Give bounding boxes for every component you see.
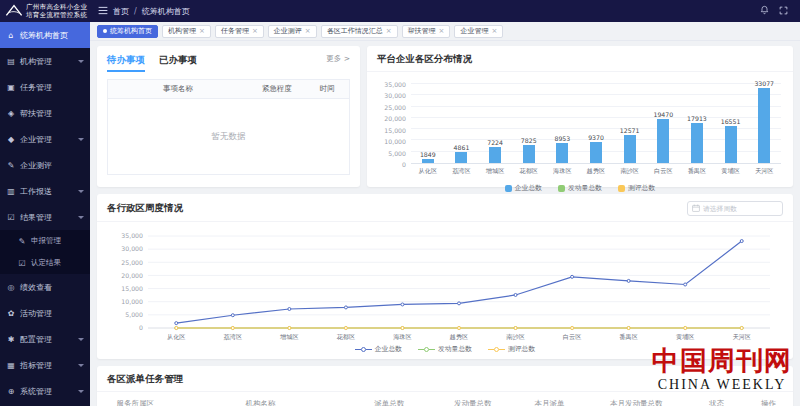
more-link[interactable]: 更多 >	[326, 54, 350, 64]
breadcrumb-home[interactable]: 首页	[113, 6, 129, 17]
close-icon[interactable]: ×	[199, 27, 205, 35]
week-picker-input[interactable]	[703, 205, 778, 213]
bar[interactable]	[725, 126, 737, 163]
tab-5[interactable]: 帮扶管理×	[402, 25, 451, 38]
sidebar-item-3[interactable]: ◈帮扶管理	[0, 100, 90, 126]
breadcrumb-current: 统筹机构首页	[142, 6, 190, 17]
bar-cell: 1849	[411, 84, 445, 163]
sidebar-item-label: 企业测评	[20, 160, 52, 171]
legend-item[interactable]: 企业总数	[505, 183, 542, 193]
tab-done-items[interactable]: 已办事项	[159, 54, 197, 67]
x-tick-label: 荔湾区	[445, 167, 479, 176]
close-icon[interactable]: ×	[386, 27, 392, 35]
evaluate-icon: ✎	[6, 161, 16, 170]
svg-text:从化区: 从化区	[167, 333, 186, 341]
bar[interactable]	[422, 159, 434, 163]
tab-label: 各区工作情况汇总	[327, 26, 383, 36]
tab-1[interactable]: 机构管理×	[162, 25, 211, 38]
sidebar-item-2[interactable]: ▣任务管理	[0, 74, 90, 100]
tab-4[interactable]: 各区工作情况汇总×	[321, 25, 398, 38]
sidebar-item-7[interactable]: ☑结果管理	[0, 204, 90, 230]
todo-panel: 待办事项 已办事项 更多 > 事项名称紧急程度时间 暂无数据	[97, 46, 360, 187]
tab-label: 企业测评	[274, 26, 302, 36]
svg-text:海珠区: 海珠区	[393, 333, 412, 341]
sidebar-item-4[interactable]: ◆企业管理	[0, 126, 90, 152]
sidebar-item-1[interactable]: ▤机构管理	[0, 48, 90, 74]
y-tick-label: 15,000	[384, 127, 406, 134]
bar[interactable]	[455, 152, 467, 163]
legend-item[interactable]: 发动量总数	[558, 183, 602, 193]
bar-x-labels: 从化区荔湾区增城区花都区海珠区越秀区南沙区白云区番禺区黄埔区天河区	[411, 167, 781, 176]
sidebar-subitem[interactable]: ☑认定结果	[0, 252, 90, 274]
close-icon[interactable]: ×	[305, 27, 311, 35]
todo-column-header: 事项名称	[108, 84, 248, 94]
calendar-icon	[692, 203, 700, 214]
legend-marker	[355, 347, 372, 352]
declare-icon: ✎	[17, 237, 27, 246]
bar[interactable]	[691, 123, 703, 163]
legend-item[interactable]: 测评总数	[618, 183, 655, 193]
svg-text:增城区: 增城区	[280, 333, 299, 341]
y-tick-label: 10,000	[384, 138, 406, 145]
bar-cell: 12571	[613, 84, 647, 163]
fullscreen-icon[interactable]	[779, 6, 788, 17]
legend-item[interactable]: 测评总数	[488, 344, 535, 354]
legend-line	[499, 349, 505, 350]
task-column-header: 机构名称	[174, 399, 348, 406]
chevron-down-icon	[78, 338, 84, 341]
close-icon[interactable]: ×	[491, 27, 497, 35]
todo-table: 事项名称紧急程度时间 暂无数据	[107, 79, 350, 175]
legend-item[interactable]: 发动量总数	[418, 344, 472, 354]
bar[interactable]	[758, 88, 770, 163]
home-icon: ⌂	[6, 31, 16, 40]
app-title: 广州市高企科小企业 培育全流程管控系统	[26, 3, 87, 20]
bar-value-label: 7224	[478, 139, 512, 146]
legend-item[interactable]: 企业总数	[355, 344, 402, 354]
sidebar-subitem[interactable]: ✎申报管理	[0, 230, 90, 252]
tab-2[interactable]: 任务管理×	[215, 25, 264, 38]
task-table-panel: 各区派单任务管理 服务所属区机构名称派单总数发动量总数本月派单本月发动量总数状态…	[97, 366, 793, 406]
collapse-menu-icon[interactable]	[98, 6, 108, 17]
tab-3[interactable]: 企业测评×	[268, 25, 317, 38]
close-icon[interactable]: ×	[439, 27, 445, 35]
bar-cell: 7825	[512, 84, 546, 163]
sidebar-item-11[interactable]: ▦指标管理	[0, 352, 90, 378]
bar[interactable]	[624, 135, 636, 163]
sidebar-item-6[interactable]: ▥工作报送	[0, 178, 90, 204]
bar[interactable]	[590, 142, 602, 163]
sidebar-item-9[interactable]: ✿活动管理	[0, 300, 90, 326]
legend-label: 发动量总数	[438, 344, 472, 354]
x-tick-label: 南沙区	[613, 167, 647, 176]
bar-plot: 1849486172247825895393701257119470179131…	[411, 84, 781, 164]
tab-0[interactable]: 统筹机构首页	[97, 25, 158, 38]
chevron-down-icon	[78, 190, 84, 193]
tab-6[interactable]: 企业管理×	[454, 25, 503, 38]
notification-bell-icon[interactable]	[760, 5, 769, 17]
todo-table-header: 事项名称紧急程度时间	[108, 80, 349, 99]
svg-text:黄埔区: 黄埔区	[676, 333, 695, 340]
sidebar-item-5[interactable]: ✎企业测评	[0, 152, 90, 178]
x-tick-label: 海珠区	[546, 167, 580, 176]
svg-text:白云区: 白云区	[563, 333, 582, 341]
bar[interactable]	[489, 147, 501, 163]
y-tick-label: 5,000	[388, 150, 406, 157]
legend-label: 发动量总数	[568, 183, 602, 193]
sidebar-menu: ⌂统筹机构首页▤机构管理▣任务管理◈帮扶管理◆企业管理✎企业测评▥工作报送☑结果…	[0, 22, 90, 404]
bar[interactable]	[523, 145, 535, 163]
active-tab-dot-icon	[103, 29, 107, 33]
bar-cell: 16551	[714, 84, 748, 163]
sidebar-item-8[interactable]: ◎绩效查看	[0, 274, 90, 300]
sidebar-item-12[interactable]: ⊕系统管理	[0, 378, 90, 404]
bar[interactable]	[657, 119, 669, 163]
bar[interactable]	[556, 143, 568, 163]
close-icon[interactable]: ×	[252, 27, 258, 35]
line-chart-svg: 05,00010,00015,00020,00025,00030,00035,0…	[108, 228, 782, 342]
sidebar-item-0[interactable]: ⌂统筹机构首页	[0, 22, 90, 48]
tab-pending-items[interactable]: 待办事项	[107, 54, 145, 72]
sidebar-item-10[interactable]: ✱配置管理	[0, 326, 90, 352]
week-picker[interactable]	[687, 201, 783, 216]
sidebar-item-label: 绩效查看	[20, 282, 52, 293]
task-panel-title: 各区派单任务管理	[97, 366, 793, 391]
bar-value-label: 1849	[411, 151, 445, 158]
task-column-header: 本月发动量总数	[584, 399, 688, 406]
